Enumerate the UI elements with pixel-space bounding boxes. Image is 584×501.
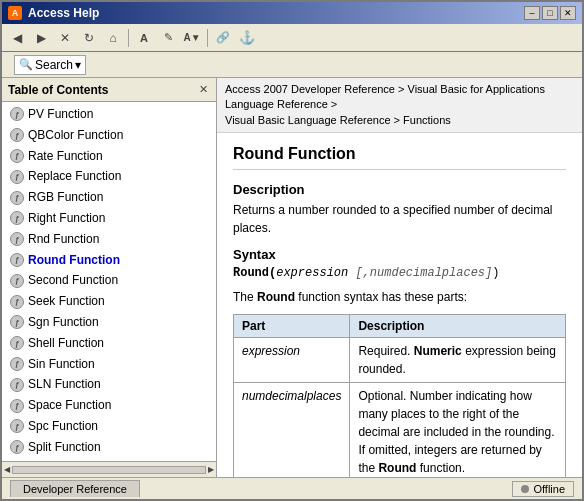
toc-item-label: Seek Function	[28, 293, 105, 310]
toc-item[interactable]: ƒSeek Function	[2, 291, 216, 312]
toc-item[interactable]: ƒRnd Function	[2, 229, 216, 250]
search-arrow-icon: ▾	[75, 58, 81, 72]
syntax-optional-param: [,numdecimalplaces]	[348, 266, 492, 280]
toc-item[interactable]: ƒSgn Function	[2, 312, 216, 333]
toolbar: ◀ ▶ ✕ ↻ ⌂ A ✎ A▼ 🔗 ⚓	[2, 24, 582, 52]
content-body: Round Function Description Returns a num…	[217, 133, 582, 477]
toc-item[interactable]: ƒPV Function	[2, 104, 216, 125]
toc-item-label: Spc Function	[28, 418, 98, 435]
scroll-left-icon[interactable]: ◀	[4, 465, 10, 474]
description-text: Returns a number rounded to a specified …	[233, 201, 566, 237]
table-row: numdecimalplacesOptional. Number indicat…	[234, 383, 566, 477]
toc-item-label: Second Function	[28, 272, 118, 289]
help-button[interactable]: ⚓	[236, 27, 258, 49]
main-window: A Access Help – □ ✕ ◀ ▶ ✕ ↻ ⌂ A ✎ A▼ 🔗 ⚓…	[0, 0, 584, 501]
back-button[interactable]: ◀	[6, 27, 28, 49]
text-size-button[interactable]: A▼	[181, 27, 203, 49]
status-right: Offline	[512, 481, 574, 497]
toc-item[interactable]: ƒSecond Function	[2, 270, 216, 291]
app-icon: A	[8, 6, 22, 20]
toc-item[interactable]: ƒRight Function	[2, 208, 216, 229]
link-button[interactable]: 🔗	[212, 27, 234, 49]
page-title: Round Function	[233, 145, 566, 170]
syntax-function-name: Round(	[233, 266, 276, 280]
breadcrumb-sep-2: >	[331, 98, 337, 110]
parts-table: Part Description expressionRequired. Num…	[233, 314, 566, 477]
breadcrumb-sep-1: >	[398, 83, 407, 95]
toc-item[interactable]: ƒQBColor Function	[2, 125, 216, 146]
toc-item-icon: ƒ	[10, 399, 24, 413]
toc-item[interactable]: ƒRound Function	[2, 250, 216, 271]
table-cell-part: numdecimalplaces	[234, 383, 350, 477]
forward-button[interactable]: ▶	[30, 27, 52, 49]
toc-item-icon: ƒ	[10, 336, 24, 350]
toc-item[interactable]: ƒShell Function	[2, 333, 216, 354]
refresh-button[interactable]: ↻	[78, 27, 100, 49]
syntax-expression-param: expression	[276, 266, 348, 280]
table-cell-part: expression	[234, 338, 350, 383]
toc-panel: Table of Contents ✕ ƒPV FunctionƒQBColor…	[2, 78, 217, 477]
search-bar: 🔍 Search ▾	[2, 52, 582, 78]
status-bar: Developer Reference Offline	[2, 477, 582, 499]
toc-item[interactable]: ƒSLN Function	[2, 374, 216, 395]
toc-close-button[interactable]: ✕	[197, 83, 210, 96]
scroll-right-icon[interactable]: ▶	[208, 465, 214, 474]
breadcrumb-part-4: Functions	[403, 114, 451, 126]
offline-label: Offline	[533, 483, 565, 495]
print-button[interactable]: A	[133, 27, 155, 49]
toc-item-icon: ƒ	[10, 128, 24, 142]
toc-item-label: QBColor Function	[28, 127, 123, 144]
toc-item-label: Right Function	[28, 210, 105, 227]
content-panel: Access 2007 Developer Reference > Visual…	[217, 78, 582, 477]
breadcrumb-sep-3: >	[394, 114, 403, 126]
toc-item-icon: ƒ	[10, 315, 24, 329]
developer-reference-tab[interactable]: Developer Reference	[10, 480, 140, 497]
toc-item[interactable]: ƒSin Function	[2, 354, 216, 375]
close-button[interactable]: ✕	[560, 6, 576, 20]
toc-item[interactable]: ƒSpc Function	[2, 416, 216, 437]
maximize-button[interactable]: □	[542, 6, 558, 20]
toc-item-icon: ƒ	[10, 357, 24, 371]
toc-item[interactable]: ƒReplace Function	[2, 166, 216, 187]
breadcrumb: Access 2007 Developer Reference > Visual…	[217, 78, 582, 133]
toc-item-label: SLN Function	[28, 376, 101, 393]
toc-item-icon: ƒ	[10, 440, 24, 454]
toc-item-label: Rate Function	[28, 148, 103, 165]
toc-item-icon: ƒ	[10, 107, 24, 121]
toc-item-icon: ƒ	[10, 211, 24, 225]
toc-item-icon: ƒ	[10, 274, 24, 288]
toc-item[interactable]: ƒRate Function	[2, 146, 216, 167]
syntax-close-paren: )	[492, 266, 499, 280]
search-icon: 🔍	[19, 58, 33, 71]
title-bar-left: A Access Help	[8, 6, 99, 20]
syntax-line: Round(expression [,numdecimalplaces])	[233, 266, 566, 280]
font-button[interactable]: ✎	[157, 27, 179, 49]
toolbar-separator-2	[207, 29, 208, 47]
toc-item[interactable]: ƒSpace Function	[2, 395, 216, 416]
home-button[interactable]: ⌂	[102, 27, 124, 49]
table-cell-description: Optional. Number indicating how many pla…	[350, 383, 566, 477]
toc-item-icon: ƒ	[10, 378, 24, 392]
syntax-note: The Round function syntax has these part…	[233, 288, 566, 306]
window-title: Access Help	[28, 6, 99, 20]
toc-item-icon: ƒ	[10, 170, 24, 184]
table-row: expressionRequired. Numeric expression b…	[234, 338, 566, 383]
title-controls: – □ ✕	[524, 6, 576, 20]
toc-list[interactable]: ƒPV FunctionƒQBColor FunctionƒRate Funct…	[2, 102, 216, 461]
toc-item[interactable]: ƒSplit Function	[2, 437, 216, 458]
stop-button[interactable]: ✕	[54, 27, 76, 49]
search-dropdown[interactable]: 🔍 Search ▾	[14, 55, 86, 75]
toc-horizontal-scrollbar[interactable]: ◀ ▶	[2, 461, 216, 477]
toc-item-label: Sin Function	[28, 356, 95, 373]
table-header-part: Part	[234, 315, 350, 338]
description-heading: Description	[233, 182, 566, 197]
toc-item-label: PV Function	[28, 106, 93, 123]
toc-item-label: Space Function	[28, 397, 111, 414]
toc-item[interactable]: ƒRGB Function	[2, 187, 216, 208]
breadcrumb-part-3: Visual Basic Language Reference	[225, 114, 391, 126]
toc-item-icon: ƒ	[10, 191, 24, 205]
search-label: Search	[35, 58, 73, 72]
minimize-button[interactable]: –	[524, 6, 540, 20]
breadcrumb-part-1: Access 2007 Developer Reference	[225, 83, 395, 95]
toc-item-label: Sgn Function	[28, 314, 99, 331]
